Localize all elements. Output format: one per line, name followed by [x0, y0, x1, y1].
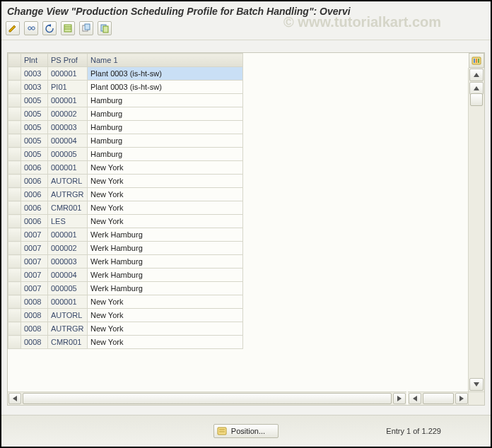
- col-header-name[interactable]: Name 1: [88, 54, 243, 67]
- table-row[interactable]: 0008AUTRGRNew York: [8, 322, 243, 336]
- row-selector[interactable]: [8, 148, 21, 161]
- cell-plnt[interactable]: 0008: [21, 309, 48, 322]
- row-selector[interactable]: [8, 228, 21, 242]
- table-row[interactable]: 0007000003Werk Hamburg: [8, 255, 243, 269]
- table-row[interactable]: 0003000001Plant 0003 (is-ht-sw): [8, 67, 243, 81]
- cell-plnt[interactable]: 0005: [21, 107, 48, 121]
- cell-plnt[interactable]: 0007: [21, 269, 48, 282]
- cell-psprof[interactable]: 000005: [48, 148, 88, 161]
- cell-psprof[interactable]: 000001: [48, 94, 88, 107]
- row-selector[interactable]: [8, 295, 21, 309]
- table-row[interactable]: 0005000004Hamburg: [8, 134, 243, 148]
- cell-plnt[interactable]: 0006: [21, 215, 48, 228]
- row-selector[interactable]: [8, 201, 21, 215]
- cell-psprof[interactable]: AUTRGR: [48, 322, 88, 336]
- position-button[interactable]: Position...: [213, 424, 279, 438]
- row-selector[interactable]: [8, 336, 21, 349]
- cell-psprof[interactable]: 000001: [48, 295, 88, 309]
- cell-plnt[interactable]: 0003: [21, 67, 48, 81]
- cell-plnt[interactable]: 0008: [21, 322, 48, 336]
- vertical-scrollbar[interactable]: [468, 68, 484, 392]
- cell-name[interactable]: New York: [88, 201, 243, 215]
- vertical-scroll-thumb[interactable]: [470, 93, 483, 106]
- cell-name[interactable]: New York: [88, 175, 243, 188]
- col-header-plnt[interactable]: Plnt: [21, 54, 48, 67]
- cell-psprof[interactable]: AUTORL: [48, 309, 88, 322]
- table-row[interactable]: 0005000001Hamburg: [8, 94, 243, 107]
- cell-name[interactable]: Werk Hamburg: [88, 282, 243, 295]
- cell-plnt[interactable]: 0005: [21, 94, 48, 107]
- cell-plnt[interactable]: 0007: [21, 228, 48, 242]
- cell-psprof[interactable]: AUTORL: [48, 175, 88, 188]
- hscroll-track-2[interactable]: [422, 392, 455, 405]
- cell-name[interactable]: Hamburg: [88, 94, 243, 107]
- cell-name[interactable]: Werk Hamburg: [88, 242, 243, 255]
- table-row[interactable]: 0003PI01Plant 0003 (is-ht-sw): [8, 81, 243, 94]
- cell-psprof[interactable]: 000001: [48, 67, 88, 81]
- cell-plnt[interactable]: 0006: [21, 175, 48, 188]
- row-selector[interactable]: [8, 215, 21, 228]
- cell-plnt[interactable]: 0003: [21, 81, 48, 94]
- row-selector[interactable]: [8, 175, 21, 188]
- cell-psprof[interactable]: LES: [48, 215, 88, 228]
- cell-psprof[interactable]: 000002: [48, 107, 88, 121]
- scroll-right-button-2[interactable]: [455, 393, 468, 404]
- table-row[interactable]: 0006AUTORLNew York: [8, 175, 243, 188]
- cell-name[interactable]: New York: [88, 188, 243, 201]
- cell-name[interactable]: New York: [88, 322, 243, 336]
- cell-name[interactable]: Hamburg: [88, 121, 243, 134]
- table-row[interactable]: 0007000005Werk Hamburg: [8, 282, 243, 295]
- row-selector[interactable]: [8, 282, 21, 295]
- row-selector[interactable]: [8, 242, 21, 255]
- undo-button[interactable]: [42, 21, 57, 35]
- cell-plnt[interactable]: 0006: [21, 188, 48, 201]
- cell-plnt[interactable]: 0005: [21, 121, 48, 134]
- row-selector[interactable]: [8, 322, 21, 336]
- cell-name[interactable]: Werk Hamburg: [88, 269, 243, 282]
- column-config-button[interactable]: [469, 53, 484, 68]
- edit-button[interactable]: [6, 21, 20, 35]
- row-selector[interactable]: [8, 255, 21, 269]
- cell-name[interactable]: Werk Hamburg: [88, 255, 243, 269]
- row-selector[interactable]: [8, 309, 21, 322]
- cell-name[interactable]: New York: [88, 309, 243, 322]
- cell-plnt[interactable]: 0005: [21, 134, 48, 148]
- scroll-down-button[interactable]: [469, 378, 484, 391]
- row-selector[interactable]: [8, 269, 21, 282]
- cell-psprof[interactable]: 000004: [48, 134, 88, 148]
- scroll-up-button[interactable]: [469, 69, 484, 81]
- cell-plnt[interactable]: 0008: [21, 336, 48, 349]
- copy-button[interactable]: [79, 21, 93, 35]
- display-button[interactable]: [24, 21, 38, 35]
- cell-name[interactable]: Hamburg: [88, 134, 243, 148]
- cell-name[interactable]: New York: [88, 215, 243, 228]
- cell-psprof[interactable]: 000004: [48, 269, 88, 282]
- hscroll-thumb-2[interactable]: [423, 393, 454, 404]
- cell-psprof[interactable]: CMR001: [48, 336, 88, 349]
- table-row[interactable]: 0005000005Hamburg: [8, 148, 243, 161]
- cell-plnt[interactable]: 0007: [21, 242, 48, 255]
- table-row[interactable]: 0007000001Werk Hamburg: [8, 228, 243, 242]
- delete-button[interactable]: [98, 21, 112, 35]
- table-row[interactable]: 0008AUTORLNew York: [8, 309, 243, 322]
- table-row[interactable]: 0008CMR001New York: [8, 336, 243, 349]
- cell-psprof[interactable]: 000003: [48, 121, 88, 134]
- table-row[interactable]: 0007000004Werk Hamburg: [8, 269, 243, 282]
- cell-plnt[interactable]: 0006: [21, 201, 48, 215]
- table-row[interactable]: 0006LESNew York: [8, 215, 243, 228]
- cell-name[interactable]: Hamburg: [88, 148, 243, 161]
- col-header-selector[interactable]: [8, 54, 21, 67]
- new-entries-button[interactable]: [61, 21, 75, 35]
- horizontal-scrollbar-left[interactable]: [8, 391, 406, 405]
- table-row[interactable]: 0006000001New York: [8, 161, 243, 175]
- table-row[interactable]: 0006CMR001New York: [8, 201, 243, 215]
- cell-psprof[interactable]: 000005: [48, 282, 88, 295]
- cell-psprof[interactable]: PI01: [48, 81, 88, 94]
- row-selector[interactable]: [8, 121, 21, 134]
- row-selector[interactable]: [8, 161, 21, 175]
- scroll-left-button[interactable]: [8, 393, 21, 404]
- row-selector[interactable]: [8, 94, 21, 107]
- table-row[interactable]: 0005000002Hamburg: [8, 107, 243, 121]
- row-selector[interactable]: [8, 67, 21, 81]
- cell-name[interactable]: New York: [88, 295, 243, 309]
